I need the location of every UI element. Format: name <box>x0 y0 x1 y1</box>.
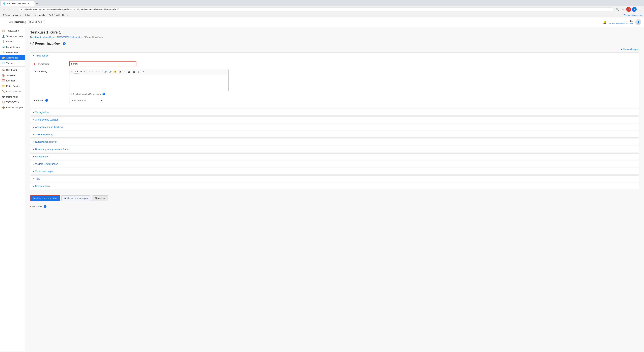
sidebar-item-meine-kurse[interactable]: 🎓 Meine Kurse <box>0 94 25 99</box>
editor-indent-btn[interactable]: ≡ <box>95 70 98 73</box>
forumstyp-control: Standardforum Frage und Antwort Diskussi… <box>69 98 636 103</box>
forward-button[interactable]: → <box>8 7 12 12</box>
nutzer-sperren-title: Nutzer/innen sperren <box>35 140 57 143</box>
allgemeines-header[interactable]: ▼ Allgemeines <box>30 53 639 59</box>
sidebar-item-startseite[interactable]: 🏠 Startseite <box>0 73 25 78</box>
user-status[interactable]: Sie sind angemeldet als: Juan <box>608 22 633 24</box>
editor-emoji-btn[interactable]: 😊 <box>113 70 118 73</box>
description-editor[interactable] <box>70 74 228 91</box>
language-selector[interactable]: Deutsch (de) ▾ <box>28 20 45 24</box>
editor-html-btn[interactable]: ⇌ <box>141 70 145 73</box>
bookmark-apps[interactable]: ⊞ Apps <box>2 13 10 16</box>
nutzer-sperren-header[interactable]: ▶ Nutzer/innen sperren <box>30 139 639 145</box>
bookmark-lefo[interactable]: LeFo Moodle <box>32 13 46 16</box>
sidebar-item-bewertungen[interactable]: ⭐ Bewertungen <box>0 50 25 55</box>
bookmark-zammad[interactable]: Zammad <box>12 13 22 16</box>
save-and-view-button[interactable]: Speichern und anzeigen <box>62 195 90 201</box>
verfuegbarkeit-header[interactable]: ▶ Verfügbarkeit <box>30 109 639 115</box>
more-bookmarks[interactable]: Weitere Lesezeichen <box>624 14 642 16</box>
sidebar-item-meine-dateien[interactable]: 📁 Meine Dateien <box>0 83 25 89</box>
sidebar-item-thema1[interactable]: 📄 Thema 1 <box>0 60 25 66</box>
forumstyp-select[interactable]: Standardforum Frage und Antwort Diskussi… <box>69 98 103 103</box>
bookmark-ak[interactable]: A&K-Projekt – One... <box>48 13 68 16</box>
expand-all-button[interactable]: ▶ Alles aufklappen <box>621 48 639 50</box>
editor-media-btn[interactable]: 📷 <box>126 70 131 73</box>
form-help-icon[interactable]: ? <box>63 42 66 45</box>
editor-unlink-btn[interactable]: 🔗 <box>108 70 113 73</box>
menu-icon[interactable]: ⋮ <box>638 7 642 12</box>
bookmark-odoo[interactable]: Odoo <box>24 13 31 16</box>
allgemeines-title: Allgemeines <box>36 54 48 57</box>
editor-image-btn[interactable]: 🖼 <box>118 70 122 73</box>
editor-outdent-btn[interactable]: ≡ <box>98 70 102 73</box>
sidebar-item-badges[interactable]: 🏅 Badges <box>0 39 25 44</box>
breadcrumb-sep-1: / <box>42 36 42 38</box>
sidebar-item-kalender[interactable]: 📅 Kalender <box>0 78 25 83</box>
forumstyp-label-text: Forumstyp <box>34 99 44 102</box>
verfuegbarkeit-expand-icon: ▶ <box>33 111 34 113</box>
editor-anchor-btn[interactable]: ⚓ <box>136 70 141 73</box>
sidebar-item-tk99-2[interactable]: 📋 TK99/9/9999 <box>0 99 25 105</box>
kompetenzen-section-header[interactable]: ▶ Kompetenzen <box>30 183 639 189</box>
abonnement-header[interactable]: ▶ Abonnement und Tracking <box>30 124 639 130</box>
editor-list-unordered-btn[interactable]: ≡ <box>88 70 91 73</box>
editor-paragraph-btn[interactable]: ¶ <box>70 70 74 73</box>
profile-icon-red[interactable]: JF <box>626 7 631 12</box>
editor-list-ordered-btn[interactable]: ≡ <box>91 70 94 73</box>
back-button[interactable]: ← <box>2 7 6 12</box>
tags-header[interactable]: ▶ Tags <box>30 176 639 182</box>
bookmark-icon[interactable]: ☆ <box>620 7 625 12</box>
sidebar-kalender-label: Kalender <box>6 79 15 82</box>
cancel-button[interactable]: Abbrechen <box>92 195 108 201</box>
browser-tab-active[interactable]: 🌐 Forum wird bearbeitet × <box>1 1 34 6</box>
forumstyp-help[interactable]: ? <box>45 99 48 102</box>
bewertungen-header[interactable]: ▶ Bewertungen <box>30 154 639 160</box>
reload-button[interactable]: ↻ <box>13 7 18 12</box>
editor-video-btn[interactable]: 🎬 <box>132 70 136 73</box>
show-in-course-checkbox[interactable] <box>69 93 72 95</box>
bell-icon[interactable]: 🔔 <box>603 20 606 24</box>
beschreibung-control: ¶ A ▾ B I ≡ ≡ ≡ ≡ <box>69 69 636 95</box>
sidebar-dashboard-label: Dashboard <box>6 69 17 71</box>
sidebar-item-allgemeines[interactable]: 📁 Allgemeines <box>0 55 25 60</box>
section-themensperrung: ▶ Themensperrung <box>30 131 639 138</box>
sidebar-item-kompetenzen[interactable]: 📊 Kompetenzen <box>0 44 25 50</box>
forumsname-input[interactable] <box>69 61 136 66</box>
breadcrumb-tk99[interactable]: TK99/9/9999 <box>57 36 70 38</box>
tab-close-button[interactable]: × <box>28 2 29 5</box>
kompetenzen-section-title: Kompetenzen <box>35 185 50 187</box>
required-help-icon[interactable]: ? <box>44 205 46 208</box>
user-avatar[interactable]: 👤 <box>635 19 641 25</box>
address-bar[interactable]: moodle.educaltex.com/moodle/course/moded… <box>19 7 614 11</box>
new-tab-button[interactable]: + <box>34 1 40 6</box>
editor-link-btn[interactable]: 🔗 <box>103 70 108 73</box>
editor-font-btn[interactable]: A ▾ <box>74 70 79 74</box>
editor-italic-btn[interactable]: I <box>83 70 86 73</box>
meine-kurse-icon: 🎓 <box>2 95 5 98</box>
profile-icon-blue[interactable]: J <box>632 7 636 12</box>
themensperrung-header[interactable]: ▶ Themensperrung <box>30 131 639 137</box>
search-icon[interactable]: 🔍 <box>615 7 620 12</box>
save-and-course-button[interactable]: Speichern und zum Kurs <box>30 195 60 201</box>
bewertung-gesamt-header[interactable]: ▶ Bewertung des gesamten Forums <box>30 146 639 152</box>
form-title: Forum hinzufügen <box>35 42 62 45</box>
editor-file-btn[interactable]: 🗎 <box>122 70 126 73</box>
editor-bold-btn[interactable]: B <box>79 70 83 73</box>
sidebar-item-dashboard[interactable]: 🏠 Dashboard <box>0 67 25 73</box>
weitere-einstellungen-header[interactable]: ▶ Weitere Einstellungen <box>30 161 639 167</box>
hamburger-menu[interactable]: ☰ <box>3 20 6 24</box>
sidebar-item-teilnehmer[interactable]: 👤 Teilnehmer/innen <box>0 33 25 39</box>
anhaenge-header[interactable]: ▶ Anhänge und Wortzahl <box>30 117 639 123</box>
section-tags: ▶ Tags <box>30 175 639 182</box>
sidebar-item-block-hinzufuegen[interactable]: 📦 Block hinzufügen <box>0 105 25 110</box>
browser-toolbar: ← → ↻ moodle.educaltex.com/moodle/course… <box>0 6 644 13</box>
breadcrumb-meine-kurse[interactable]: Meine Kurse <box>43 36 55 38</box>
sidebar-item-inhaltsspeicher[interactable]: ✏️ Inhaltsspeicher <box>0 89 25 94</box>
dashboard-icon: 🏠 <box>2 68 5 71</box>
voraussetzungen-header[interactable]: ▶ Voraussetzungen <box>30 168 639 174</box>
sidebar-item-tk99[interactable]: 📋 TK99/9/9999 <box>0 28 25 33</box>
breadcrumb-allgemeines[interactable]: Allgemeines <box>72 36 83 38</box>
breadcrumb-dashboard[interactable]: Dashboard <box>30 36 41 38</box>
show-in-course-help[interactable]: ? <box>102 93 105 95</box>
tab-favicon: 🌐 <box>3 2 6 5</box>
